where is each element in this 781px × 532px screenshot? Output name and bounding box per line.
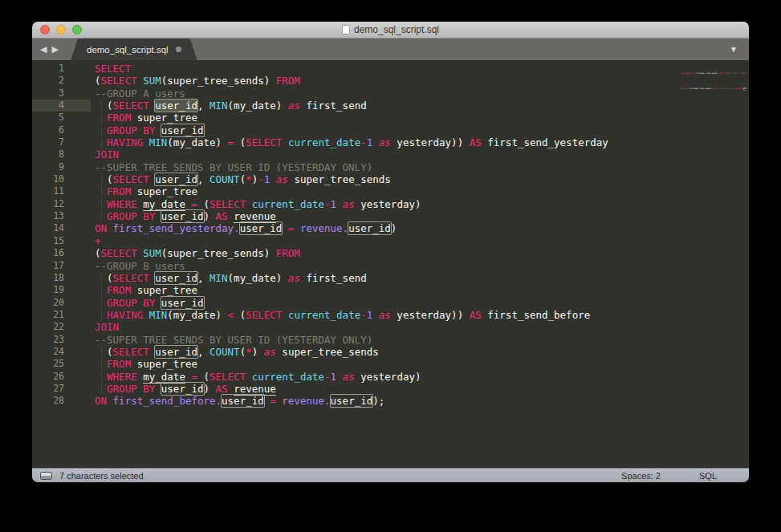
code-line-8[interactable]: 8JOIN bbox=[32, 148, 749, 160]
modified-dot-icon bbox=[176, 47, 181, 52]
code-line-19[interactable]: 19 FROM super_tree bbox=[32, 284, 749, 296]
code-line-28[interactable]: 28ON first_send_before.user_id = revenue… bbox=[32, 395, 749, 407]
minimap-line: (SELECT SUM(super_tree_sends) FROM bbox=[687, 72, 723, 75]
line-number[interactable]: 7 bbox=[32, 136, 91, 148]
code-editor[interactable]: 1SELECT2(SELECT SUM(super_tree_sends) FR… bbox=[32, 60, 749, 468]
code-line-4[interactable]: 4 (SELECT user_id, MIN(my_date) as first… bbox=[32, 99, 749, 112]
line-number[interactable]: 17 bbox=[32, 260, 91, 272]
minimap-line: --GROUP B users bbox=[717, 87, 733, 90]
minimap-line: (SELECT user_id, MIN(my_date) as first_s… bbox=[733, 87, 746, 90]
code-line-18[interactable]: 18 (SELECT user_id, MIN(my_date) as firs… bbox=[32, 272, 749, 284]
code-line-20[interactable]: 20 GROUP BY user_id bbox=[32, 297, 749, 309]
minimap[interactable]: SELECT(SELECT SUM(super_tree_sends) FROM… bbox=[681, 62, 746, 134]
line-number[interactable]: 18 bbox=[32, 272, 91, 284]
code-line-9[interactable]: 9--SUPER TREE SENDS BY USER ID (YESTERDA… bbox=[32, 161, 749, 173]
code-line-5[interactable]: 5 FROM super_tree bbox=[32, 112, 749, 124]
window-title: demo_sql_script.sql bbox=[354, 24, 439, 35]
selection-status-text: 7 characters selected bbox=[59, 471, 144, 481]
line-number[interactable]: 8 bbox=[32, 148, 91, 160]
code-line-10[interactable]: 10 (SELECT user_id, COUNT(*)-1 as super_… bbox=[32, 173, 749, 185]
line-number[interactable]: 4 bbox=[32, 99, 91, 112]
line-number[interactable]: 10 bbox=[32, 173, 91, 185]
line-number[interactable]: 9 bbox=[32, 161, 91, 173]
code-line-1[interactable]: 1SELECT bbox=[32, 63, 749, 75]
status-right: Spaces: 2 SQL bbox=[621, 471, 739, 481]
line-number[interactable]: 5 bbox=[32, 112, 91, 124]
previous-tab-icon[interactable]: ◀ bbox=[40, 45, 47, 54]
desktop-background: demo_sql_script.sql ◀ ▶ demo_sql_script.… bbox=[0, 0, 781, 532]
tab-label: demo_sql_script.sql bbox=[87, 45, 169, 55]
code-line-6[interactable]: 6 GROUP BY user_id bbox=[32, 124, 749, 136]
code-line-21[interactable]: 21 HAVING MIN(my_date) < (SELECT current… bbox=[32, 309, 749, 321]
window-titlebar[interactable]: demo_sql_script.sql bbox=[32, 22, 749, 39]
line-number[interactable]: 13 bbox=[32, 210, 91, 222]
document-icon bbox=[342, 25, 350, 35]
tab-nav-arrows: ◀ ▶ bbox=[40, 39, 59, 60]
minimap-line: --GROUP A users bbox=[723, 72, 739, 75]
line-number[interactable]: 20 bbox=[32, 297, 91, 309]
code-line-23[interactable]: 23--SUPER TREE SENDS BY USER ID (YESTERD… bbox=[32, 334, 749, 346]
minimap-line: SELECT bbox=[681, 72, 687, 75]
tab-demo-sql-script[interactable]: demo_sql_script.sql bbox=[71, 39, 197, 60]
line-number[interactable]: 12 bbox=[32, 198, 91, 210]
line-number[interactable]: 23 bbox=[32, 334, 91, 346]
code-line-7[interactable]: 7 HAVING MIN(my_date) = (SELECT current_… bbox=[32, 136, 749, 148]
line-number[interactable]: 21 bbox=[32, 309, 91, 321]
code-line-24[interactable]: 24 (SELECT user_id, COUNT(*) as super_tr… bbox=[32, 346, 749, 358]
line-number[interactable]: 1 bbox=[32, 63, 91, 75]
line-number[interactable]: 24 bbox=[32, 346, 91, 358]
line-number[interactable]: 2 bbox=[32, 75, 91, 87]
status-bar: 7 characters selected Spaces: 2 SQL bbox=[32, 468, 749, 482]
minimap-line: (SELECT SUM(super_tree_sends) FROM bbox=[681, 87, 717, 90]
code-line-26[interactable]: 26 WHERE my_date = (SELECT current_date-… bbox=[32, 371, 749, 383]
line-number[interactable]: 16 bbox=[32, 247, 91, 259]
window-title-group: demo_sql_script.sql bbox=[32, 22, 749, 38]
line-number[interactable]: 6 bbox=[32, 124, 91, 136]
tab-bar: ◀ ▶ demo_sql_script.sql ▼ bbox=[32, 39, 749, 60]
code-line-16[interactable]: 16(SELECT SUM(super_tree_sends) FROM bbox=[32, 247, 749, 259]
code-line-17[interactable]: 17--GROUP B users bbox=[32, 260, 749, 272]
line-number[interactable]: 26 bbox=[32, 371, 91, 383]
code-line-12[interactable]: 12 WHERE my_date = (SELECT current_date-… bbox=[32, 198, 749, 210]
line-number[interactable]: 3 bbox=[32, 87, 91, 99]
code-line-13[interactable]: 13 GROUP BY user_id) AS revenue bbox=[32, 210, 749, 222]
next-tab-icon[interactable]: ▶ bbox=[51, 45, 58, 54]
line-number[interactable]: 22 bbox=[32, 321, 91, 333]
line-number[interactable]: 15 bbox=[32, 235, 91, 247]
code-lines: 1SELECT2(SELECT SUM(super_tree_sends) FR… bbox=[32, 63, 749, 408]
code-line-14[interactable]: 14ON first_send_yesterday.user_id = reve… bbox=[32, 222, 749, 234]
line-number[interactable]: 14 bbox=[32, 222, 91, 234]
line-number[interactable]: 27 bbox=[32, 383, 91, 395]
code-line-3[interactable]: 3--GROUP A users bbox=[32, 87, 749, 99]
indentation-setting[interactable]: Spaces: 2 bbox=[621, 471, 661, 481]
code-line-15[interactable]: 15+ bbox=[32, 235, 749, 247]
line-number[interactable]: 28 bbox=[32, 395, 91, 407]
code-line-27[interactable]: 27 GROUP BY user_id) AS revenue bbox=[32, 383, 749, 395]
code-line-11[interactable]: 11 FROM super_tree bbox=[32, 185, 749, 197]
line-number[interactable]: 19 bbox=[32, 284, 91, 296]
code-line-25[interactable]: 25 FROM super_tree bbox=[32, 358, 749, 370]
syntax-setting[interactable]: SQL bbox=[699, 471, 717, 481]
tab-overflow-menu-icon[interactable]: ▼ bbox=[730, 39, 738, 60]
minimap-line: (SELECT user_id, MIN(my_date) as first_s… bbox=[739, 72, 747, 75]
status-left: 7 characters selected bbox=[40, 471, 144, 481]
line-number[interactable]: 25 bbox=[32, 358, 91, 370]
editor-window: demo_sql_script.sql ◀ ▶ demo_sql_script.… bbox=[32, 22, 749, 482]
panel-toggle-icon[interactable] bbox=[40, 472, 52, 480]
code-line-2[interactable]: 2(SELECT SUM(super_tree_sends) FROM bbox=[32, 75, 749, 87]
code-line-22[interactable]: 22JOIN bbox=[32, 321, 749, 333]
line-number[interactable]: 11 bbox=[32, 185, 91, 197]
